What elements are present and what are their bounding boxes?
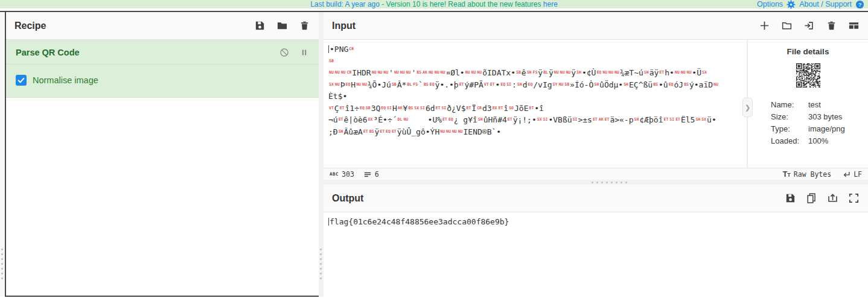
eol-selector[interactable]: LF <box>842 170 862 179</box>
file-detail-row: Type: image/png <box>771 122 845 135</box>
encoding-value: Raw Bytes <box>794 170 831 179</box>
detail-label: Size: <box>771 110 808 122</box>
recipe-operation-list: Parse QR Code Normalise image <box>6 40 319 98</box>
input-line: ;ÐSHÂûæAETBSÿETEQETÿùÛ_gô•ÝHNUNUNUNUIEND… <box>328 126 742 138</box>
open-folder-icon[interactable] <box>781 20 793 31</box>
input-editor-text[interactable]: •PNGCRSBNUNUNUCRIHDRNUNUNU'NUNUNU'BSAKNU… <box>324 40 747 168</box>
output-header: Output <box>324 185 868 212</box>
operation-parse-qr-code[interactable]: Parse QR Code Normalise image <box>6 40 319 97</box>
file-details-table: Name: test Size: 303 bytes Type: image/p… <box>771 98 845 147</box>
file-detail-row: Name: test <box>771 98 845 110</box>
operations-splitter[interactable] <box>0 12 5 297</box>
question-mark-icon[interactable] <box>855 0 864 9</box>
detail-label: Name: <box>771 98 808 110</box>
detail-label: Type: <box>771 122 808 135</box>
line-count: 6 <box>375 170 379 179</box>
splitter-drag-handle <box>320 249 322 280</box>
about-support-link[interactable]: About / Support <box>799 0 852 8</box>
file-details-panel: ❯ File details Name: test Size: 303 byte… <box>747 40 868 168</box>
input-tab-layout-icon[interactable] <box>848 20 860 31</box>
file-details-title: File details <box>748 47 868 56</box>
input-header: Input <box>324 12 868 40</box>
checkmark-icon <box>17 76 25 84</box>
open-output-in-tab-icon[interactable] <box>827 192 838 204</box>
splitter-drag-handle <box>592 182 628 183</box>
qr-code-thumbnail <box>796 63 820 87</box>
character-encoding-selector[interactable]: TT Raw Bytes <box>783 170 831 179</box>
detail-value: test <box>808 98 845 110</box>
clear-recipe-icon[interactable] <box>299 20 310 31</box>
line-count-icon <box>363 170 372 179</box>
recipe-io-splitter[interactable] <box>319 12 324 297</box>
operation-name: Parse QR Code <box>16 48 279 57</box>
save-output-icon[interactable] <box>785 192 796 204</box>
character-count-icon: ABC <box>330 171 339 177</box>
file-details-collapse-toggle[interactable]: ❯ <box>742 98 753 117</box>
normalise-image-checkbox[interactable] <box>16 75 27 86</box>
output-title: Output <box>332 193 785 204</box>
character-count: 303 <box>342 170 354 179</box>
recipe-header: Recipe <box>6 12 319 40</box>
input-line: ¬úETê|òè6EX³É•÷´DLNU •U%ETEQ¿ g¥îSHûHñ#4… <box>328 114 742 126</box>
io-column: Input •PNGCRSBNUNUNUCRIHDRNUNUNU'NUNUNU'… <box>324 12 868 297</box>
input-line: •PNGCR <box>328 43 742 55</box>
save-recipe-icon[interactable] <box>254 20 266 31</box>
input-line: VTÇETî1÷EQSB3QEQSIHAK¥BSSXSI6dETSIð¿V$ET… <box>328 103 742 115</box>
detail-label: Loaded: <box>771 135 808 147</box>
file-detail-row: Size: 303 bytes <box>771 110 845 122</box>
breakpoint-pause-icon[interactable] <box>299 48 309 57</box>
return-arrow-icon <box>842 170 850 179</box>
output-text-area[interactable]: flag{01c6e24c48f48856ee3adcca00f86e9b} <box>324 212 868 297</box>
input-line: Èt$• <box>328 90 742 103</box>
input-status-bar: ABC 303 6 TT Raw Bytes LF <box>324 168 868 180</box>
last-build-link[interactable]: Last build: A year ago <box>310 0 380 8</box>
input-body: •PNGCRSBNUNUNUCRIHDRNUNUNU'NUNUNU'BSAKNU… <box>324 40 868 168</box>
text-cursor <box>328 218 329 226</box>
input-line: SXNUÞEQHNUNU¾Õ•JúSBÂ*BLFS`BSEQÿ•.•þETý#P… <box>328 79 742 91</box>
banner-message: - Version 10 is here! Read about the new… <box>380 0 543 8</box>
load-recipe-icon[interactable] <box>276 20 288 31</box>
clear-input-icon[interactable] <box>826 20 837 31</box>
maximise-output-icon[interactable] <box>848 192 860 204</box>
options-button[interactable]: Options <box>757 0 783 8</box>
notice-banner: Last build: A year ago - Version 10 is h… <box>0 0 868 8</box>
disable-operation-icon[interactable] <box>279 47 290 58</box>
ingredient-row: Normalise image <box>6 65 319 97</box>
input-title: Input <box>332 21 759 31</box>
detail-value: 303 bytes <box>808 110 845 122</box>
ingredient-label: Normalise image <box>33 75 98 85</box>
open-file-icon[interactable] <box>803 20 815 31</box>
input-line: SB <box>328 55 742 68</box>
recipe-title: Recipe <box>14 21 254 31</box>
chevron-right-icon: ❯ <box>745 104 750 112</box>
copy-output-icon[interactable] <box>806 192 817 204</box>
input-output-splitter[interactable] <box>324 180 868 185</box>
splitter-drag-handle <box>1 249 3 280</box>
recipe-pane: Recipe Parse QR Code <box>5 12 319 297</box>
text-cursor <box>328 45 329 53</box>
file-detail-row: Loaded: 100% <box>771 135 845 147</box>
detail-value: 100% <box>808 135 845 147</box>
eol-value: LF <box>854 170 862 179</box>
detail-value: image/png <box>808 122 845 135</box>
output-text: flag{01c6e24c48f48856ee3adcca00f86e9b} <box>330 217 509 226</box>
gear-icon[interactable] <box>787 0 796 9</box>
input-line: NUNUNUCRIHDRNUNUNU'NUNUNU'BSAKNUNUNU¤Øl•… <box>328 67 742 79</box>
add-input-tab-icon[interactable] <box>759 20 770 31</box>
main-area: Recipe Parse QR Code <box>0 11 868 297</box>
encoding-icon: TT <box>783 170 791 179</box>
here-link[interactable]: here <box>543 0 558 8</box>
